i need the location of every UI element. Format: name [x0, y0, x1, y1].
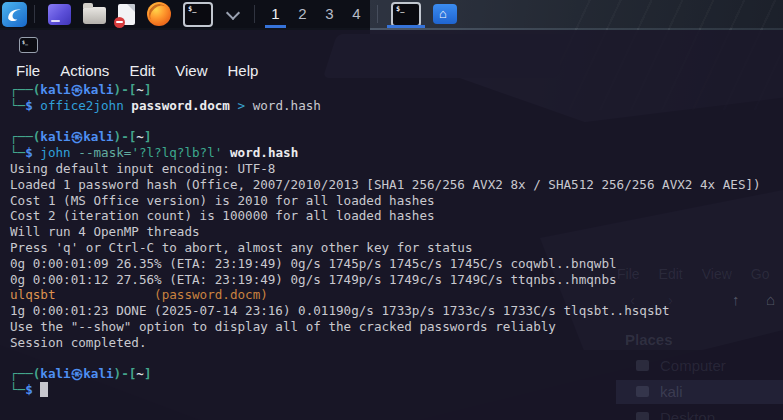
- terminal-output[interactable]: ┌──(kali㉿kali)-[~]└─$ office2john passwo…: [10, 82, 783, 420]
- panel-separator: [377, 5, 378, 23]
- terminal-line: └─$ john --mask='?l?lq?lb?l' word.hash: [10, 145, 783, 161]
- launcher-firefox[interactable]: [147, 2, 171, 26]
- terminal-text-segment: ulqsbt: [10, 287, 56, 302]
- menu-view[interactable]: View: [165, 61, 217, 80]
- terminal-text-segment: 0g 0:00:01:09 26.35% (ETA: 23:19:49) 0g/…: [10, 256, 617, 271]
- terminal-line: ulqsbt (password.docm): [10, 287, 783, 303]
- terminal-text-segment: Using default input encoding: UTF-8: [10, 161, 275, 176]
- file-manager-icon: [83, 7, 106, 24]
- workspace-4[interactable]: 4: [343, 0, 370, 28]
- terminal-text-segment: 0g 0:00:01:12 27.56% (ETA: 23:19:49) 0g/…: [10, 272, 617, 287]
- terminal-text-segment: Session completed.: [10, 335, 146, 350]
- terminal-text-segment: word.hash: [245, 98, 321, 113]
- terminal-line: Cost 2 (iteration count) is 100000 for a…: [10, 208, 783, 224]
- terminal-text-segment: >: [238, 98, 246, 113]
- terminal-text-segment: --mask=: [78, 145, 131, 160]
- terminal-line: Press 'q' or Ctrl-C to abort, almost any…: [10, 240, 783, 256]
- taskbar-item-terminal[interactable]: [385, 0, 427, 28]
- terminal-text-segment: '?l?lq?lb?l': [131, 145, 222, 160]
- terminal-text-segment: $: [25, 145, 33, 160]
- terminal-text-segment: Press 'q' or Ctrl-C to abort, almost any…: [10, 240, 473, 255]
- terminal-text-segment: [56, 287, 155, 302]
- panel-separator: [254, 5, 255, 23]
- terminal-text-segment: ]: [144, 82, 152, 97]
- menu-file[interactable]: File: [6, 61, 50, 80]
- terminal-line: 0g 0:00:01:12 27.56% (ETA: 23:19:49) 0g/…: [10, 272, 783, 288]
- terminal-line: [10, 351, 783, 367]
- terminal-text-segment: [222, 145, 230, 160]
- terminal-text-segment: ┌──(: [10, 82, 40, 97]
- terminal-text-segment: ┌──(: [10, 366, 40, 381]
- terminal-text-segment: └─: [10, 145, 25, 160]
- terminal-text-segment: Use the "--show" option to display all o…: [10, 319, 556, 334]
- terminal-line: Using default input encoding: UTF-8: [10, 161, 783, 177]
- launcher-document[interactable]: [118, 4, 135, 25]
- document-icon: [118, 4, 135, 25]
- workspace-2[interactable]: 2: [289, 0, 316, 28]
- terminal-text-segment: kali㉿kali: [40, 82, 113, 97]
- launcher-terminal[interactable]: [183, 2, 213, 27]
- terminal-text-segment: )-[: [114, 129, 137, 144]
- terminal-line: Session completed.: [10, 335, 783, 351]
- panel-separator: [34, 5, 35, 23]
- terminal-text-segment: Will run 4 OpenMP threads: [10, 224, 200, 239]
- terminal-text-segment: ~: [136, 366, 144, 381]
- home-folder-icon: [433, 4, 457, 24]
- terminal-text-segment: )-[: [114, 366, 137, 381]
- top-panel: 1234: [0, 0, 783, 28]
- menu-help[interactable]: Help: [217, 61, 268, 80]
- terminal-text-segment: 1g 0:00:01:23 DONE (2025-07-14 23:16) 0.…: [10, 303, 670, 318]
- terminal-line: ┌──(kali㉿kali)-[~]: [10, 129, 783, 145]
- terminal-icon: [183, 2, 213, 27]
- terminal-text-segment: Loaded 1 password hash (Office, 2007/201…: [10, 177, 761, 192]
- terminal-line: Will run 4 OpenMP threads: [10, 224, 783, 240]
- terminal-text-segment: └─: [10, 382, 25, 397]
- menu-edit[interactable]: Edit: [119, 61, 165, 80]
- terminal-text-segment: ┌──(: [10, 129, 40, 144]
- terminal-icon: [19, 37, 38, 53]
- terminal-line: Cost 1 (MS Office version) is 2010 for a…: [10, 193, 783, 209]
- terminal-text-segment: ]: [144, 129, 152, 144]
- terminal-line: └─$: [10, 382, 783, 398]
- terminal-text-segment: ~: [136, 82, 144, 97]
- terminal-line: Use the "--show" option to display all o…: [10, 319, 783, 335]
- terminal-text-segment: (password.docm): [154, 287, 268, 302]
- kali-menu-button[interactable]: [2, 2, 27, 27]
- firefox-icon: [147, 2, 171, 26]
- terminal-text-segment: word.hash: [230, 145, 298, 160]
- chevron-down-icon[interactable]: [226, 5, 240, 19]
- taskbar-item-home-folder[interactable]: [427, 0, 463, 28]
- workspace-3[interactable]: 3: [316, 0, 343, 28]
- terminal-text-segment: └─: [10, 98, 25, 113]
- terminal-line: ┌──(kali㉿kali)-[~]: [10, 82, 783, 98]
- terminal-text-segment: $: [25, 382, 33, 397]
- terminal-text-segment: Cost 2 (iteration count) is 100000 for a…: [10, 208, 435, 223]
- terminal-line: ┌──(kali㉿kali)-[~]: [10, 366, 783, 382]
- menubar: FileActionsEditViewHelp: [6, 61, 268, 80]
- menu-actions[interactable]: Actions: [50, 61, 119, 80]
- terminal-line: └─$ office2john password.docm > word.has…: [10, 98, 783, 114]
- window-terminal-icon: [19, 37, 38, 53]
- restricted-badge-icon: [114, 17, 125, 28]
- terminal-line: [10, 114, 783, 130]
- terminal-line: Loaded 1 password hash (Office, 2007/201…: [10, 177, 783, 193]
- terminal-text-segment: kali㉿kali: [40, 366, 113, 381]
- terminal-text-segment: password.docm: [131, 98, 230, 113]
- terminal-text-segment: )-[: [114, 82, 137, 97]
- terminal-text-segment: Cost 1 (MS Office version) is 2010 for a…: [10, 193, 435, 208]
- launcher-file-manager[interactable]: [83, 4, 106, 24]
- terminal-text-segment: ]: [144, 366, 152, 381]
- display-icon: [48, 4, 71, 25]
- terminal-text-segment: [230, 98, 238, 113]
- workspace-1[interactable]: 1: [262, 0, 289, 28]
- terminal-icon: [391, 2, 421, 27]
- launcher-display[interactable]: [48, 4, 71, 25]
- terminal-line: 1g 0:00:01:23 DONE (2025-07-14 23:16) 0.…: [10, 303, 783, 319]
- terminal-window: FileEditViewGo ‹›↑⌂ Places ComputerkaliD…: [0, 30, 783, 420]
- kali-dragon-icon: [5, 5, 24, 24]
- terminal-text-segment: kali㉿kali: [40, 129, 113, 144]
- workspace-switcher: 1234: [262, 0, 370, 28]
- terminal-text-segment: office2john: [40, 98, 123, 113]
- terminal-text-segment: $: [25, 98, 33, 113]
- terminal-text-segment: ~: [136, 129, 144, 144]
